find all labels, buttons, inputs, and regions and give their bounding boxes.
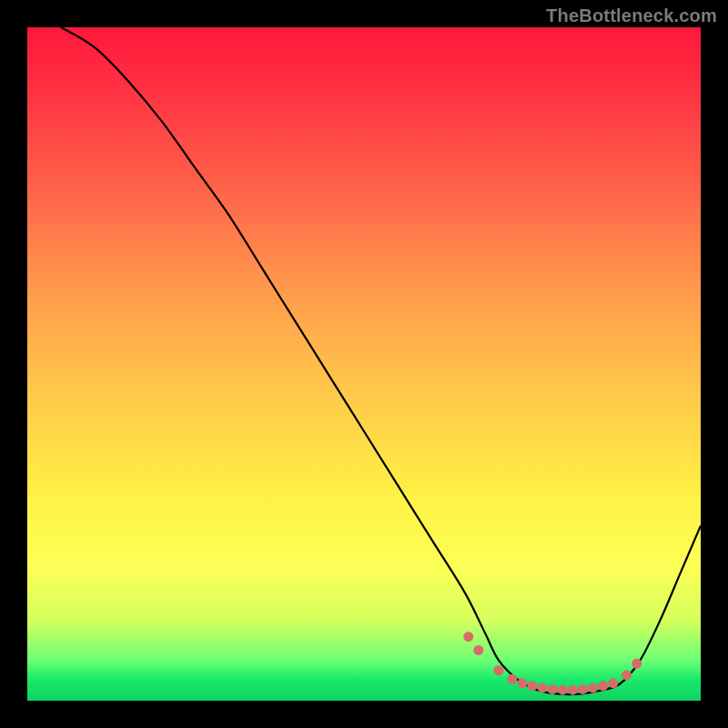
bottleneck-curve-path <box>61 27 701 694</box>
highlight-dot <box>588 682 598 693</box>
highlight-dot <box>473 645 483 655</box>
highlight-dot <box>578 684 588 694</box>
highlight-dot <box>548 684 558 694</box>
highlight-dot <box>622 670 632 680</box>
highlight-dot <box>558 685 568 695</box>
highlight-dot <box>494 665 504 675</box>
highlight-dot <box>517 678 527 688</box>
highlight-dot <box>568 685 578 695</box>
bottleneck-chart: TheBottleneck.com <box>0 0 728 728</box>
plot-area <box>27 27 701 701</box>
highlight-dot <box>598 681 608 691</box>
highlight-dot <box>463 632 473 642</box>
highlight-dots-group <box>463 632 642 695</box>
attribution-label: TheBottleneck.com <box>546 5 717 26</box>
highlight-dot <box>528 681 538 691</box>
highlight-dot <box>507 674 517 684</box>
curve-svg <box>27 27 701 701</box>
highlight-dot <box>632 659 642 669</box>
highlight-dot <box>608 678 618 688</box>
highlight-dot <box>538 682 548 693</box>
